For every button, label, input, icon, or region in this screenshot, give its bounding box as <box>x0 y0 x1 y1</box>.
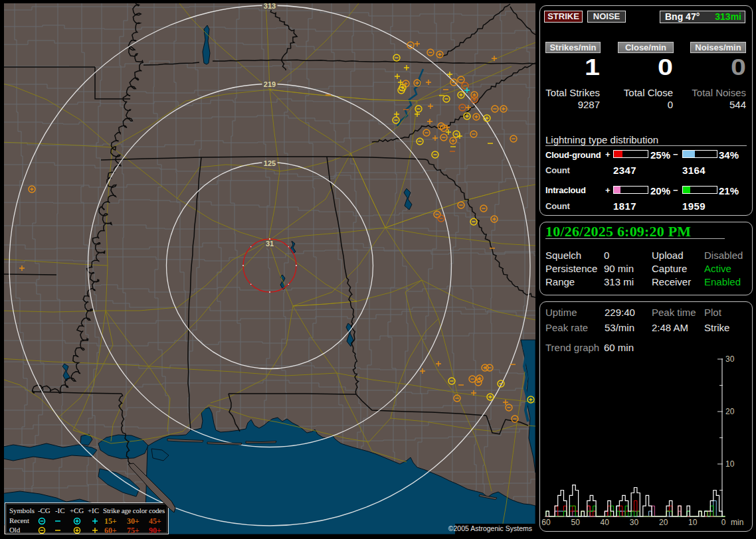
svg-text:10: 10 <box>688 518 698 527</box>
svg-text:60: 60 <box>541 518 551 527</box>
svg-text:min: min <box>731 518 743 527</box>
svg-text:20: 20 <box>725 407 735 416</box>
svg-text:20: 20 <box>659 518 668 527</box>
svg-text:30: 30 <box>725 354 735 364</box>
svg-text:30: 30 <box>630 518 639 527</box>
svg-text:50: 50 <box>571 518 581 527</box>
svg-text:0: 0 <box>721 518 726 527</box>
svg-text:40: 40 <box>601 518 610 527</box>
svg-text:10: 10 <box>725 459 735 469</box>
